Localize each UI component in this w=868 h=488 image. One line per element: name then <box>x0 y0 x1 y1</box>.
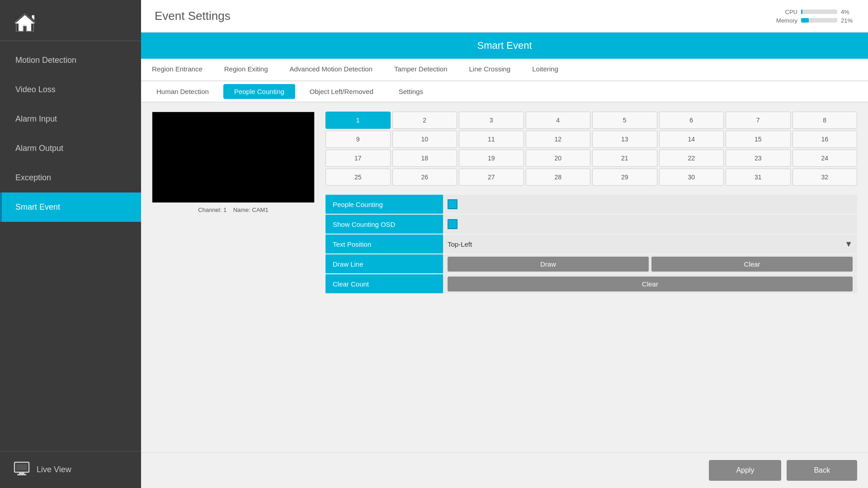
tabs-row-2: Human Detection People Counting Object L… <box>141 81 868 103</box>
content-area: Channel: 1 Name: CAM1 123456789101112131… <box>141 103 868 452</box>
clear-count-button[interactable]: Clear <box>448 277 853 291</box>
channel-info: Channel: 1 Name: CAM1 <box>152 206 315 213</box>
tab-loitering[interactable]: Loitering <box>521 59 569 80</box>
text-position-row: Text Position Top-Left ▼ <box>326 235 857 253</box>
tab-people-counting[interactable]: People Counting <box>223 84 295 99</box>
show-counting-osd-row: Show Counting OSD <box>326 215 857 234</box>
tab-advanced-motion[interactable]: Advanced Motion Detection <box>278 59 383 80</box>
tab-region-entrance[interactable]: Region Entrance <box>141 59 213 80</box>
show-counting-osd-checkbox[interactable] <box>448 219 458 229</box>
show-counting-osd-label: Show Counting OSD <box>326 215 443 234</box>
channel-name: Name: CAM1 <box>233 206 269 213</box>
channel-button-16[interactable]: 16 <box>793 131 858 148</box>
channel-button-31[interactable]: 31 <box>726 169 791 186</box>
sidebar: Motion Detection Video Loss Alarm Input … <box>0 0 141 488</box>
channel-button-17[interactable]: 17 <box>326 150 391 167</box>
tab-region-exiting[interactable]: Region Exiting <box>213 59 279 80</box>
channel-button-4[interactable]: 4 <box>526 112 591 129</box>
main-content: Event Settings CPU 4% Memory 21% Smart E… <box>141 0 868 488</box>
cpu-label: CPU <box>773 9 797 15</box>
channel-button-32[interactable]: 32 <box>793 169 858 186</box>
logo-area <box>0 0 141 41</box>
smart-event-header: Smart Event <box>141 33 868 59</box>
svg-marker-2 <box>32 15 34 20</box>
channel-button-11[interactable]: 11 <box>459 131 524 148</box>
text-position-value: Top-Left <box>448 240 472 248</box>
channel-button-30[interactable]: 30 <box>659 169 724 186</box>
channel-button-9[interactable]: 9 <box>326 131 391 148</box>
tab-human-detection[interactable]: Human Detection <box>146 84 220 99</box>
clear-draw-button[interactable]: Clear <box>651 257 853 272</box>
live-view-label: Live View <box>37 465 71 474</box>
channel-grid: 1234567891011121314151617181920212223242… <box>326 112 857 186</box>
live-view-button[interactable]: Live View <box>0 451 141 488</box>
cpu-bar <box>801 9 837 14</box>
memory-stat: Memory 21% <box>773 17 854 24</box>
cpu-stat: CPU 4% <box>773 9 854 15</box>
channel-button-6[interactable]: 6 <box>659 112 724 129</box>
memory-value: 21% <box>841 17 854 24</box>
channel-button-25[interactable]: 25 <box>326 169 391 186</box>
settings-form: People Counting Show Counting OSD Text P… <box>326 195 857 293</box>
channel-button-7[interactable]: 7 <box>726 112 791 129</box>
channel-button-20[interactable]: 20 <box>526 150 591 167</box>
draw-line-row: Draw Line Draw Clear <box>326 254 857 273</box>
channel-button-3[interactable]: 3 <box>459 112 524 129</box>
tab-object-left-removed[interactable]: Object Left/Removed <box>299 84 384 99</box>
back-button[interactable]: Back <box>787 460 857 481</box>
channel-button-19[interactable]: 19 <box>459 150 524 167</box>
sidebar-item-exception[interactable]: Exception <box>0 163 141 192</box>
memory-bar <box>801 18 837 23</box>
sidebar-item-motion-detection[interactable]: Motion Detection <box>0 46 141 75</box>
svg-rect-5 <box>17 474 26 475</box>
channel-button-12[interactable]: 12 <box>526 131 591 148</box>
channel-button-13[interactable]: 13 <box>592 131 657 148</box>
channel-button-18[interactable]: 18 <box>392 150 458 167</box>
tab-line-crossing[interactable]: Line Crossing <box>458 59 522 80</box>
right-panel: 1234567891011121314151617181920212223242… <box>326 112 857 443</box>
channel-button-1[interactable]: 1 <box>326 112 391 129</box>
memory-label: Memory <box>773 17 797 24</box>
channel-button-23[interactable]: 23 <box>726 150 791 167</box>
draw-button[interactable]: Draw <box>448 257 649 272</box>
text-position-label: Text Position <box>326 235 443 253</box>
channel-button-2[interactable]: 2 <box>392 112 458 129</box>
draw-line-label: Draw Line <box>326 254 443 273</box>
sidebar-item-alarm-output[interactable]: Alarm Output <box>0 134 141 163</box>
channel-button-27[interactable]: 27 <box>459 169 524 186</box>
show-counting-osd-control[interactable] <box>443 215 857 234</box>
sidebar-item-video-loss[interactable]: Video Loss <box>0 75 141 104</box>
tab-settings[interactable]: Settings <box>388 84 434 99</box>
channel-button-21[interactable]: 21 <box>592 150 657 167</box>
channel-button-8[interactable]: 8 <box>793 112 858 129</box>
channel-button-5[interactable]: 5 <box>592 112 657 129</box>
channel-button-29[interactable]: 29 <box>592 169 657 186</box>
channel-button-28[interactable]: 28 <box>526 169 591 186</box>
channel-button-10[interactable]: 10 <box>392 131 458 148</box>
apply-button[interactable]: Apply <box>709 460 781 481</box>
channel-button-14[interactable]: 14 <box>659 131 724 148</box>
people-counting-control[interactable] <box>443 195 857 214</box>
text-position-select[interactable]: Top-Left ▼ <box>443 235 857 253</box>
sidebar-item-alarm-input[interactable]: Alarm Input <box>0 104 141 134</box>
channel-button-22[interactable]: 22 <box>659 150 724 167</box>
home-icon[interactable] <box>14 14 36 32</box>
clear-count-label: Clear Count <box>326 274 443 293</box>
clear-count-row: Clear Count Clear <box>326 274 857 293</box>
memory-fill <box>801 18 809 23</box>
svg-rect-6 <box>16 464 27 470</box>
svg-rect-4 <box>19 472 24 474</box>
system-stats: CPU 4% Memory 21% <box>773 9 854 24</box>
tab-tamper-detection[interactable]: Tamper Detection <box>383 59 458 80</box>
channel-button-15[interactable]: 15 <box>726 131 791 148</box>
left-panel: Channel: 1 Name: CAM1 <box>152 112 315 443</box>
people-counting-checkbox[interactable] <box>448 199 458 209</box>
chevron-down-icon: ▼ <box>844 239 853 249</box>
channel-button-26[interactable]: 26 <box>392 169 458 186</box>
sidebar-item-smart-event[interactable]: Smart Event <box>0 192 141 222</box>
people-counting-row: People Counting <box>326 195 857 214</box>
draw-line-control: Draw Clear <box>443 254 857 273</box>
channel-button-24[interactable]: 24 <box>793 150 858 167</box>
tabs-row-1: Region Entrance Region Exiting Advanced … <box>141 59 868 81</box>
sidebar-nav: Motion Detection Video Loss Alarm Input … <box>0 41 141 451</box>
